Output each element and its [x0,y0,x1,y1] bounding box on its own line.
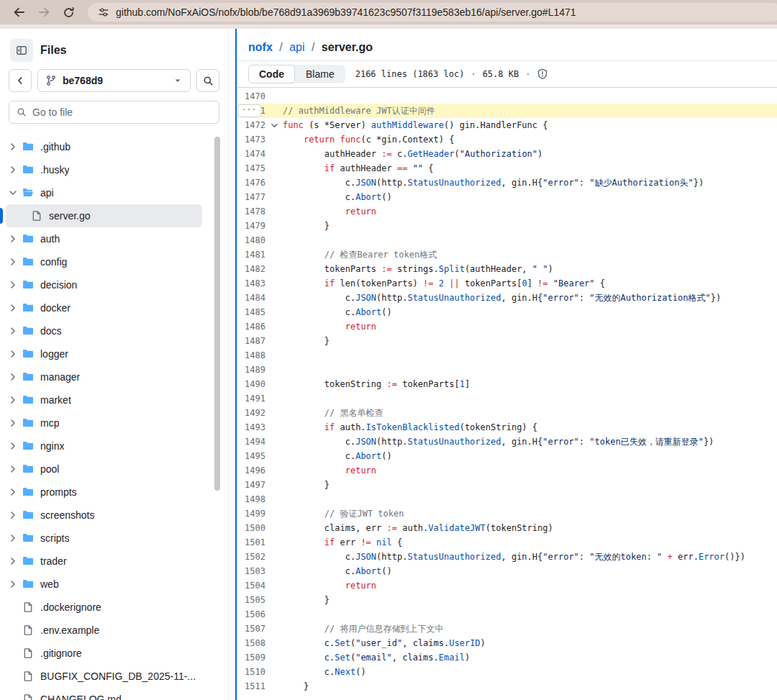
line-number[interactable]: 1482 [237,262,265,276]
line-number[interactable]: 1475 [237,161,265,176]
chevron-right-icon[interactable] [9,419,22,427]
tree-item-api[interactable]: api [6,181,202,204]
line-number[interactable]: 1511 [237,679,265,694]
line-number[interactable]: 1498 [237,492,265,506]
tree-item-trader[interactable]: trader [6,550,202,573]
chevron-right-icon[interactable] [9,304,22,312]
line-number[interactable]: 1481 [237,247,265,262]
line-number[interactable]: 1480 [237,233,265,247]
chevron-right-icon[interactable] [9,557,22,565]
tree-item-pool[interactable]: pool [6,458,202,481]
tree-item-market[interactable]: market [6,388,202,412]
line-number[interactable]: 1497 [237,478,265,492]
line-number[interactable]: 1499 [237,506,265,521]
chevron-right-icon[interactable] [9,350,22,358]
tree-item-CHANGELOG.md[interactable]: CHANGELOG.md [6,688,202,700]
line-number[interactable]: 1508 [237,636,265,650]
line-number[interactable]: 1484 [237,291,265,305]
chevron-right-icon[interactable] [9,373,22,381]
line-number[interactable]: 1504 [237,578,265,593]
address-bar[interactable]: github.com/NoFxAiOS/nofx/blob/be768d91a3… [88,3,777,22]
tree-item-.husky[interactable]: .husky [6,158,202,181]
line-number[interactable]: 1477 [237,190,265,204]
tree-item-.github[interactable]: .github [6,135,202,158]
line-number[interactable]: 1488 [237,348,265,363]
chevron-right-icon[interactable] [9,580,22,588]
chevron-right-icon[interactable] [9,235,22,243]
line-number[interactable]: 1509 [237,650,265,665]
chevron-down-icon[interactable] [9,188,22,197]
chevron-right-icon[interactable] [9,327,22,335]
collapse-sidebar-button[interactable] [10,39,33,62]
line-number[interactable]: 1500 [237,521,265,535]
line-number[interactable]: 1473 [237,132,265,147]
tree-item-docker[interactable]: docker [6,296,202,319]
line-number[interactable]: 1485 [237,305,265,319]
tree-item-.dockerignore[interactable]: .dockerignore [6,596,202,619]
tree-item-web[interactable]: web [6,573,202,596]
back-button[interactable] [7,2,32,22]
tree-item-config[interactable]: config [6,250,202,273]
chevron-right-icon[interactable] [9,281,22,289]
tree-item-server.go[interactable]: server.go [6,204,202,227]
chevron-right-icon[interactable] [9,396,22,404]
tree-item-decision[interactable]: decision [6,273,202,296]
chevron-right-icon[interactable] [9,165,22,174]
shield-alert-icon[interactable] [537,68,548,80]
line-number[interactable]: 1486 [237,319,265,334]
line-number[interactable]: 1507 [237,622,265,636]
forward-button[interactable] [32,2,56,22]
tree-item-logger[interactable]: logger [6,342,202,365]
tab-code[interactable]: Code [248,65,295,83]
search-this-repo-button[interactable] [196,69,219,92]
line-number[interactable]: 1506 [237,607,265,622]
sidebar-scrollbar[interactable] [214,137,220,491]
line-number[interactable]: 1502 [237,550,265,564]
line-number[interactable]: 1505 [237,593,265,607]
tree-item-BUGFIX_CONFIG_DB_2025-11-...[interactable]: BUGFIX_CONFIG_DB_2025-11-... [6,665,202,688]
reload-button[interactable] [56,2,81,22]
branch-selector[interactable]: be768d9 [37,69,191,92]
tree-item-auth[interactable]: auth [6,227,202,250]
tree-item-.env.example[interactable]: .env.example [6,619,202,642]
line-number[interactable]: 1510 [237,665,265,679]
tree-item-manager[interactable]: manager [6,365,202,388]
line-number[interactable]: 1490 [237,377,265,391]
line-number[interactable]: 1483 [237,276,265,291]
chevron-right-icon[interactable] [9,534,22,542]
go-to-file-input[interactable]: Go to file [9,101,219,124]
tree-item-prompts[interactable]: prompts [6,481,202,504]
line-number[interactable]: 1503 [237,564,265,578]
tree-item-docs[interactable]: docs [6,319,202,342]
line-number[interactable]: 1489 [237,363,265,377]
line-number[interactable]: 1496 [237,463,265,478]
fold-chevron-icon[interactable] [265,118,283,132]
line-number[interactable]: 1478 [237,204,265,219]
history-back-button[interactable] [9,69,32,92]
line-number[interactable]: 1495 [237,449,265,463]
pane-divider[interactable] [229,29,237,700]
line-number[interactable]: 1474 [237,147,265,161]
tree-item-.gitignore[interactable]: .gitignore [6,642,202,665]
expand-range-button[interactable]: ··· [237,104,261,117]
line-number[interactable]: 1494 [237,435,265,449]
breadcrumb-repo-link[interactable]: nofx [248,41,273,53]
tree-item-scripts[interactable]: scripts [6,527,202,550]
line-number[interactable]: 1472 [237,118,265,132]
line-number[interactable]: 1479 [237,219,265,233]
line-number[interactable]: 1491 [237,391,265,406]
tree-item-nginx[interactable]: nginx [6,435,202,458]
chevron-right-icon[interactable] [9,465,22,473]
tree-item-mcp[interactable]: mcp [6,412,202,435]
chevron-right-icon[interactable] [9,258,22,266]
chevron-right-icon[interactable] [9,142,22,151]
chevron-right-icon[interactable] [9,442,22,450]
line-number[interactable]: 1501 [237,535,265,550]
line-number[interactable]: 1487 [237,334,265,348]
breadcrumb-dir-link[interactable]: api [289,41,304,53]
line-number[interactable]: 1476 [237,176,265,190]
tree-item-screenshots[interactable]: screenshots [6,504,202,527]
site-settings-icon[interactable] [98,6,109,18]
tab-blame[interactable]: Blame [295,65,345,83]
chevron-right-icon[interactable] [9,511,22,519]
